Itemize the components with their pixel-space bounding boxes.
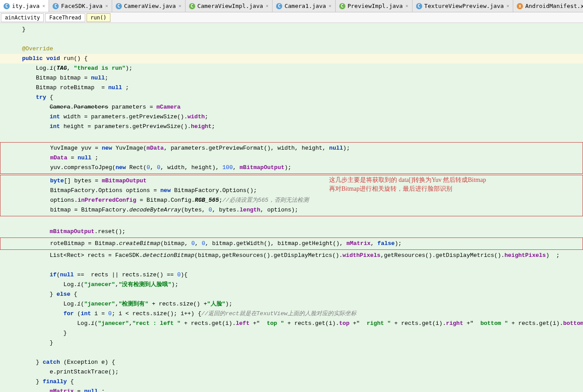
- tab-label: TextureViewPreview.java: [424, 3, 504, 9]
- tab-label: AndroidManifest.xml: [525, 3, 583, 9]
- tab-file[interactable]: City.java×: [0, 0, 49, 12]
- file-type-icon: x: [517, 3, 523, 9]
- file-type-icon: C: [339, 3, 345, 9]
- highlight-box-2: byte[] bytes = mBitmapOutput BitmapFacto…: [0, 175, 583, 216]
- close-icon[interactable]: ×: [178, 3, 182, 9]
- close-icon[interactable]: ×: [42, 3, 45, 9]
- tab-file[interactable]: CCameraViewImpl.java×: [186, 0, 273, 12]
- close-icon[interactable]: ×: [266, 3, 269, 9]
- close-icon[interactable]: ×: [105, 3, 108, 9]
- close-icon[interactable]: ×: [507, 3, 510, 9]
- file-type-icon: C: [53, 3, 59, 9]
- editor-tabs: City.java×CFaceSDK.java×CCameraView.java…: [0, 0, 583, 12]
- breadcrumb-item[interactable]: FaceThread: [45, 13, 85, 22]
- highlight-box-1: YuvImage yuv = new YuvImage(mData, param…: [0, 142, 583, 174]
- close-icon[interactable]: ×: [329, 3, 332, 9]
- file-type-icon: C: [116, 3, 122, 9]
- tab-file[interactable]: xAndroidManifest.xml×: [513, 0, 583, 12]
- code-editor[interactable]: } @Override public void run() { Log.i(TA…: [0, 23, 583, 392]
- tab-file[interactable]: CFaceSDK.java×: [49, 0, 112, 12]
- tab-label: PreviewImpl.java: [348, 3, 403, 9]
- highlight-box-3: roteBitmap = Bitmap.createBitmap(bitmap,…: [0, 237, 583, 250]
- tab-label: FaceSDK.java: [61, 3, 102, 9]
- breadcrumb-item[interactable]: ainActivity: [1, 13, 44, 22]
- file-type-icon: C: [4, 3, 10, 9]
- breadcrumb-bar: ainActivityFaceThreadrun(): [0, 12, 583, 23]
- close-icon[interactable]: ×: [405, 3, 409, 9]
- tab-label: CameraViewImpl.java: [197, 3, 263, 9]
- tab-label: CameraView.java: [124, 3, 176, 9]
- tab-file[interactable]: CCameraView.java×: [112, 0, 186, 12]
- file-type-icon: C: [189, 3, 195, 9]
- annotation-text: 这几步主要是将获取到的 data[]转换为Yuv 然后转成Bitmap 再对Bi…: [329, 176, 486, 193]
- tab-label: Camera1.java: [284, 3, 326, 9]
- tab-label: ity.java: [12, 3, 40, 9]
- tab-file[interactable]: CCamera1.java×: [273, 0, 336, 12]
- file-type-icon: C: [416, 3, 422, 9]
- file-type-icon: C: [276, 3, 282, 9]
- tab-file[interactable]: CPreviewImpl.java×: [336, 0, 413, 12]
- tab-file[interactable]: CTextureViewPreview.java×: [413, 0, 514, 12]
- breadcrumb-item[interactable]: run(): [87, 13, 110, 22]
